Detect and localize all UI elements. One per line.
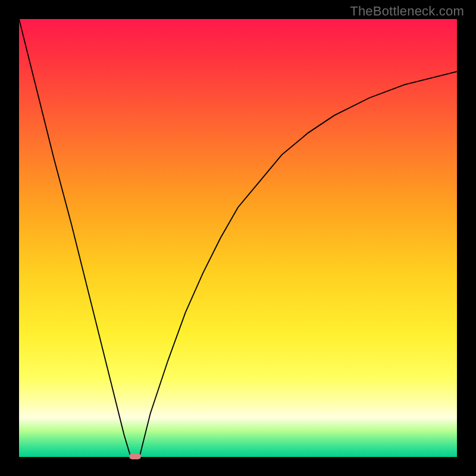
curve-left-branch <box>19 19 131 457</box>
watermark-text: TheBottleneck.com <box>350 4 464 19</box>
curve-right-branch <box>139 71 457 457</box>
plot-area <box>19 19 457 457</box>
chart-frame: TheBottleneck.com <box>0 0 476 476</box>
vertex-marker <box>129 453 141 459</box>
curve-layer <box>19 19 457 457</box>
